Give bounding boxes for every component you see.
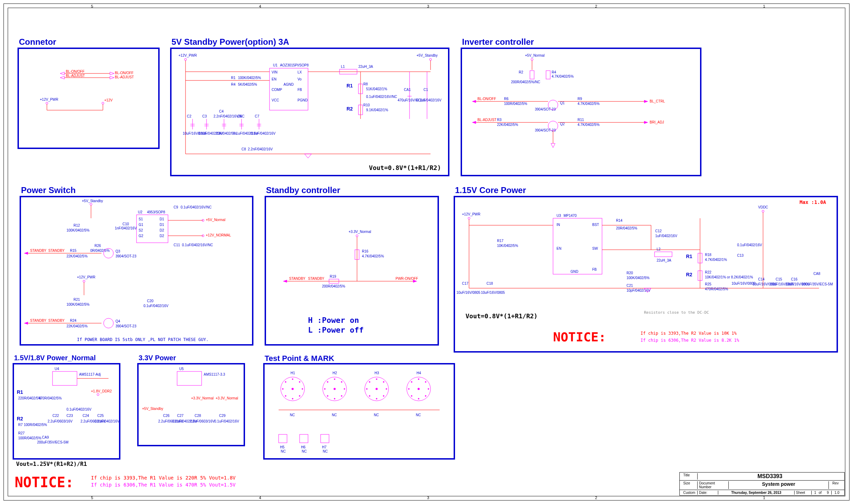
svg-text:R4: R4: [552, 70, 556, 74]
formula-1518: Vout=1.25V*(R1+R2)/R1: [16, 461, 87, 467]
svg-text:R3: R3: [497, 118, 502, 122]
svg-text:COMP: COMP: [272, 88, 282, 92]
svg-point-13: [429, 58, 432, 61]
svg-text:100K/0402/5%: 100K/0402/5%: [238, 76, 261, 80]
title-block: Title MSD3393 Size Document Number Syste…: [679, 472, 845, 496]
svg-text:L2: L2: [657, 247, 661, 251]
svg-point-9: [102, 102, 104, 104]
svg-text:G1: G1: [139, 223, 144, 227]
svg-text:0.1uF/0402/16V: 0.1uF/0402/16V: [251, 132, 275, 135]
svg-rect-337: [279, 434, 287, 443]
svg-rect-343: [321, 434, 329, 443]
ruler-bot: 5: [91, 496, 93, 500]
ruler-top: 5: [91, 4, 93, 8]
bottom-notice-1: If chip is 3393,The R1 Value is 220R 5% …: [91, 475, 236, 481]
svg-point-305: [341, 381, 342, 383]
svg-marker-116: [644, 121, 648, 124]
svg-text:Q4: Q4: [116, 319, 120, 323]
svg-text:20R/0402/5%: 20R/0402/5%: [616, 226, 637, 230]
svg-text:10K/0402/1% or 8.2K/0402/1%: 10K/0402/1% or 8.2K/0402/1%: [705, 275, 753, 279]
svg-text:+3.3V_Normal: +3.3V_Normal: [216, 396, 238, 400]
svg-marker-2: [60, 72, 64, 75]
svg-marker-119: [551, 143, 555, 148]
svg-text:0.1uF/0402/16V: 0.1uF/0402/16V: [214, 419, 239, 423]
svg-text:STANDBY: STANDBY: [48, 319, 65, 322]
svg-text:R4: R4: [231, 83, 236, 86]
svg-text:PWR-ON/OFF: PWR-ON/OFF: [396, 277, 418, 281]
svg-text:0.1uF/0402/16V: 0.1uF/0402/16V: [737, 243, 762, 247]
svg-text:FB: FB: [298, 88, 302, 92]
svg-marker-165: [24, 322, 28, 325]
svg-text:22K/0402/5%: 22K/0402/5%: [497, 123, 518, 127]
svg-marker-97: [472, 100, 476, 103]
legend-l: L :Power off: [308, 326, 364, 334]
svg-text:PGND: PGND: [298, 98, 308, 102]
svg-text:H3: H3: [375, 371, 379, 375]
svg-text:C12: C12: [655, 229, 662, 233]
svg-text:4.7K/0402/5%: 4.7K/0402/5%: [578, 123, 600, 127]
svg-text:H6: H6: [301, 445, 306, 449]
net-label: +5V_Standby: [417, 54, 438, 57]
svg-text:R20: R20: [627, 271, 633, 275]
svg-text:FB: FB: [592, 268, 597, 271]
svg-text:2.2uF/0603/16V: 2.2uF/0603/16V: [190, 419, 215, 423]
svg-text:MP1470: MP1470: [564, 214, 577, 218]
svg-text:R16: R16: [362, 249, 369, 253]
svg-text:C18: C18: [487, 282, 493, 285]
block-title-1518: 1.5V/1.8V Power_Normal: [14, 354, 96, 362]
svg-marker-103: [644, 100, 648, 103]
ruler-top: 2: [595, 4, 597, 8]
svg-point-301: [292, 398, 293, 399]
svg-text:100R/0402/5%: 100R/0402/5%: [18, 436, 41, 440]
svg-text:100R/0402/5%: 100R/0402/5%: [504, 102, 527, 106]
notice-label: NOTICE:: [553, 330, 606, 344]
notice2: If chip is 6306,The R2 Value is 8.2K 1%: [641, 338, 739, 343]
svg-text:R21: R21: [74, 298, 80, 301]
svg-text:22uH_3A: 22uH_3A: [358, 65, 373, 69]
svg-text:C16: C16: [791, 277, 798, 281]
svg-text:CA1: CA1: [404, 88, 411, 92]
svg-text:R10: R10: [363, 103, 370, 107]
svg-text:+12V_PWR: +12V_PWR: [462, 212, 481, 216]
svg-text:VCC: VCC: [272, 98, 279, 102]
svg-text:0.1uF/0402/16V: 0.1uF/0402/16V: [144, 304, 168, 308]
svg-text:0.1uF/0402/16V/NC: 0.1uF/0402/16V/NC: [182, 243, 213, 247]
svg-rect-274: [177, 371, 202, 385]
svg-text:Q1: Q1: [560, 101, 565, 105]
svg-text:C14: C14: [758, 277, 765, 281]
svg-point-293: [334, 388, 336, 390]
svg-text:R1: R1: [231, 76, 236, 80]
svg-text:IN: IN: [557, 223, 560, 227]
svg-text:U5: U5: [179, 367, 184, 371]
svg-marker-182: [283, 280, 287, 283]
svg-text:Q2: Q2: [560, 122, 565, 126]
formula-core: Vout=0.8V*(1+R1/R2): [466, 312, 538, 320]
svg-text:22uH_3A: 22uH_3A: [657, 258, 671, 262]
svg-text:+5V_Normal: +5V_Normal: [525, 54, 545, 57]
svg-marker-3: [60, 76, 64, 79]
svg-text:0R/0402/5%: 0R/0402/5%: [90, 249, 110, 253]
ruler-bot: 1: [763, 496, 765, 500]
svg-text:C10: C10: [123, 222, 129, 226]
svg-text:D2: D2: [160, 228, 164, 232]
ic-ref: U1: [273, 63, 278, 67]
svg-text:H5: H5: [280, 445, 285, 449]
svg-point-296: [285, 381, 286, 383]
svg-text:NC: NC: [416, 413, 421, 417]
ruler-top: 4: [259, 4, 261, 8]
block-inverter: +5V_Normal R2 200R/0402/5%/NC R4 4.7K/04…: [461, 48, 701, 176]
svg-text:4.7K/0402/5%: 4.7K/0402/5%: [552, 74, 574, 78]
svg-text:2.2nF/0402/16V: 2.2nF/0402/16V: [248, 147, 273, 151]
svg-text:C11: C11: [174, 243, 180, 247]
svg-point-306: [327, 395, 328, 397]
svg-text:AMS1117-3.3: AMS1117-3.3: [204, 372, 225, 376]
svg-text:0.1uF/0402/16V: 0.1uF/0402/16V: [417, 98, 441, 102]
svg-text:Q3: Q3: [116, 249, 120, 253]
svg-point-298: [285, 395, 286, 397]
svg-text:22K/0402/5%: 22K/0402/5%: [67, 324, 88, 328]
svg-text:C2: C2: [187, 114, 191, 118]
svg-text:U2: U2: [138, 210, 142, 214]
svg-text:0.1uF/0402/16V/NC: 0.1uF/0402/16V/NC: [366, 95, 397, 99]
svg-text:BL-ADJUST: BL-ADJUST: [477, 118, 496, 122]
svg-text:3904/SOT-23: 3904/SOT-23: [116, 254, 137, 258]
